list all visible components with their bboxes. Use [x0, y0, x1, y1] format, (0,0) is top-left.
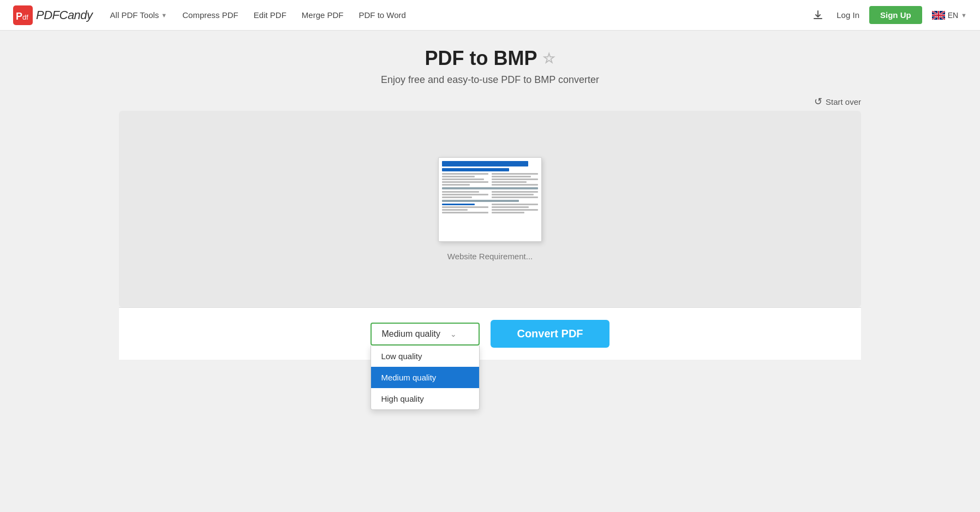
language-selector[interactable]: EN ▼ — [932, 11, 967, 20]
svg-text:df: df — [22, 13, 28, 21]
quality-selected-label: Medium quality — [381, 329, 440, 339]
start-over-wrap: ↺ Start over — [119, 96, 861, 108]
header-right: Log In Sign Up EN ▼ — [809, 6, 967, 24]
quality-option-high[interactable]: High quality — [371, 388, 479, 409]
start-over-button[interactable]: ↺ Start over — [814, 96, 861, 108]
svg-text:P: P — [16, 11, 22, 22]
page-title-section: PDF to BMP ☆ — [119, 47, 861, 70]
nav-all-pdf-tools[interactable]: All PDF Tools ▼ — [110, 10, 168, 20]
dropdown-arrow-icon: ▼ — [161, 12, 167, 19]
login-button[interactable]: Log In — [836, 10, 859, 20]
nav-compress-pdf[interactable]: Compress PDF — [182, 10, 238, 20]
main-nav: All PDF Tools ▼ Compress PDF Edit PDF Me… — [110, 10, 810, 20]
quality-dropdown: Low quality Medium quality High quality — [371, 346, 480, 410]
page-subtitle: Enjoy free and easy-to-use PDF to BMP co… — [119, 74, 861, 86]
quality-select-wrap: Medium quality ⌄ Low quality Medium qual… — [371, 323, 480, 346]
refresh-icon: ↺ — [814, 96, 822, 108]
nav-edit-pdf[interactable]: Edit PDF — [254, 10, 286, 20]
convert-button[interactable]: Convert PDF — [491, 320, 609, 348]
page-title: PDF to BMP ☆ — [425, 47, 555, 70]
signup-button[interactable]: Sign Up — [869, 6, 922, 24]
controls-bar: Medium quality ⌄ Low quality Medium qual… — [119, 307, 861, 360]
download-icon[interactable] — [809, 7, 827, 24]
quality-option-low[interactable]: Low quality — [371, 346, 479, 367]
nav-merge-pdf[interactable]: Merge PDF — [302, 10, 344, 20]
flag-icon — [932, 11, 945, 20]
favorite-star-icon[interactable]: ☆ — [542, 50, 555, 67]
logo-text: PDFCandy — [36, 8, 93, 22]
nav-pdf-to-word[interactable]: PDF to Word — [358, 10, 405, 20]
logo[interactable]: P df PDFCandy — [13, 5, 93, 25]
workspace: Website Requirement... — [119, 111, 861, 307]
quality-option-medium[interactable]: Medium quality — [371, 367, 479, 388]
quality-chevron-icon: ⌄ — [450, 330, 457, 338]
quality-select[interactable]: Medium quality ⌄ — [371, 323, 480, 346]
header: P df PDFCandy All PDF Tools ▼ Compress P… — [0, 0, 980, 31]
pdf-preview — [438, 157, 542, 242]
main-content: PDF to BMP ☆ Enjoy free and easy-to-use … — [97, 31, 883, 382]
lang-code: EN — [948, 11, 958, 20]
file-name: Website Requirement... — [447, 252, 533, 261]
lang-chevron-icon: ▼ — [961, 12, 967, 19]
logo-icon: P df — [13, 5, 33, 25]
